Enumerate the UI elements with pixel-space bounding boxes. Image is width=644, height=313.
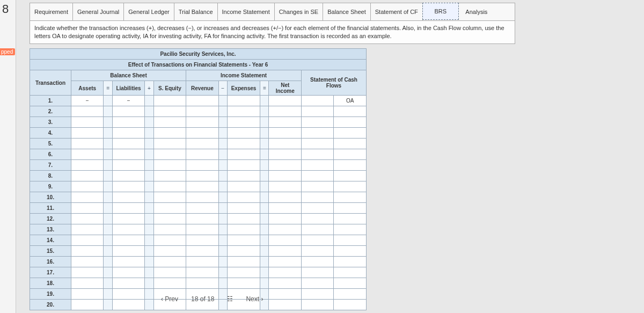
cell-assets[interactable]: − <box>71 96 103 106</box>
cell-expenses[interactable] <box>227 96 260 106</box>
cell-netincome[interactable] <box>269 106 301 117</box>
cell-cf-type[interactable] <box>334 181 367 192</box>
cell-sequity[interactable] <box>153 192 186 203</box>
cell-expenses[interactable] <box>227 128 260 139</box>
cell-netincome[interactable] <box>269 160 301 171</box>
cell-netincome[interactable] <box>269 267 301 278</box>
cell-revenue[interactable] <box>186 203 218 214</box>
cell-liabilities[interactable] <box>112 300 145 310</box>
cell-cf-amount[interactable] <box>301 214 333 224</box>
cell-liabilities[interactable]: − <box>112 96 145 106</box>
cell-cf-amount[interactable] <box>301 181 333 192</box>
cell-revenue[interactable] <box>186 139 218 149</box>
cell-expenses[interactable] <box>227 214 260 224</box>
cell-cf-type[interactable]: OA <box>334 96 367 106</box>
cell-expenses[interactable] <box>227 235 260 246</box>
cell-assets[interactable] <box>71 149 103 160</box>
cell-assets[interactable] <box>71 278 103 289</box>
cell-assets[interactable] <box>71 181 103 192</box>
cell-netincome[interactable] <box>269 117 301 128</box>
cell-netincome[interactable] <box>269 278 301 289</box>
cell-assets[interactable] <box>71 235 103 246</box>
cell-liabilities[interactable] <box>112 235 145 246</box>
cell-netincome[interactable] <box>269 224 301 235</box>
cell-sequity[interactable] <box>153 171 186 181</box>
cell-cf-type[interactable] <box>334 300 367 310</box>
cell-cf-amount[interactable] <box>301 203 333 214</box>
cell-cf-type[interactable] <box>334 257 367 267</box>
cell-sequity[interactable] <box>153 278 186 289</box>
cell-assets[interactable] <box>71 203 103 214</box>
cell-cf-amount[interactable] <box>301 128 333 139</box>
tab-changes-in-se[interactable]: Changes in SE <box>275 3 323 20</box>
cell-cf-amount[interactable] <box>301 257 333 267</box>
cell-revenue[interactable] <box>186 96 218 106</box>
cell-assets[interactable] <box>71 160 103 171</box>
cell-cf-amount[interactable] <box>301 160 333 171</box>
tab-requirement[interactable]: Requirement <box>30 3 73 20</box>
cell-netincome[interactable] <box>269 300 301 310</box>
cell-netincome[interactable] <box>269 192 301 203</box>
cell-assets[interactable] <box>71 139 103 149</box>
cell-cf-amount[interactable] <box>301 96 333 106</box>
cell-cf-type[interactable] <box>334 139 367 149</box>
cell-netincome[interactable] <box>269 289 301 300</box>
cell-cf-type[interactable] <box>334 149 367 160</box>
cell-assets[interactable] <box>71 267 103 278</box>
cell-sequity[interactable] <box>153 257 186 267</box>
cell-netincome[interactable] <box>269 171 301 181</box>
cell-netincome[interactable] <box>269 246 301 257</box>
cell-cf-amount[interactable] <box>301 106 333 117</box>
cell-assets[interactable] <box>71 214 103 224</box>
cell-revenue[interactable] <box>186 214 218 224</box>
cell-netincome[interactable] <box>269 96 301 106</box>
cell-sequity[interactable] <box>153 203 186 214</box>
cell-revenue[interactable] <box>186 117 218 128</box>
cell-revenue[interactable] <box>186 257 218 267</box>
cell-assets[interactable] <box>71 246 103 257</box>
cell-cf-type[interactable] <box>334 246 367 257</box>
cell-liabilities[interactable] <box>112 257 145 267</box>
cell-revenue[interactable] <box>186 267 218 278</box>
cell-cf-amount[interactable] <box>301 139 333 149</box>
cell-cf-amount[interactable] <box>301 289 333 300</box>
cell-expenses[interactable] <box>227 267 260 278</box>
cell-cf-amount[interactable] <box>301 235 333 246</box>
cell-cf-amount[interactable] <box>301 278 333 289</box>
cell-netincome[interactable] <box>269 128 301 139</box>
cell-cf-type[interactable] <box>334 171 367 181</box>
cell-expenses[interactable] <box>227 203 260 214</box>
cell-cf-amount[interactable] <box>301 224 333 235</box>
cell-expenses[interactable] <box>227 117 260 128</box>
tab-balance-sheet[interactable]: Balance Sheet <box>323 3 371 20</box>
cell-sequity[interactable] <box>153 106 186 117</box>
cell-revenue[interactable] <box>186 192 218 203</box>
cell-revenue[interactable] <box>186 246 218 257</box>
cell-sequity[interactable] <box>153 181 186 192</box>
tab-analysis[interactable]: Analysis <box>458 3 495 20</box>
cell-revenue[interactable] <box>186 278 218 289</box>
cell-assets[interactable] <box>71 117 103 128</box>
cell-cf-amount[interactable] <box>301 246 333 257</box>
cell-cf-type[interactable] <box>334 203 367 214</box>
cell-liabilities[interactable] <box>112 106 145 117</box>
cell-liabilities[interactable] <box>112 181 145 192</box>
cell-expenses[interactable] <box>227 246 260 257</box>
cell-assets[interactable] <box>71 257 103 267</box>
cell-assets[interactable] <box>71 300 103 310</box>
cell-cf-type[interactable] <box>334 278 367 289</box>
cell-expenses[interactable] <box>227 181 260 192</box>
cell-sequity[interactable] <box>153 149 186 160</box>
tab-income-statement[interactable]: Income Statement <box>218 3 275 20</box>
cell-sequity[interactable] <box>153 267 186 278</box>
cell-sequity[interactable] <box>153 96 186 106</box>
cell-sequity[interactable] <box>153 117 186 128</box>
tab-brs[interactable]: BRS <box>422 3 459 20</box>
cell-expenses[interactable] <box>227 257 260 267</box>
cell-liabilities[interactable] <box>112 149 145 160</box>
tab-general-ledger[interactable]: General Ledger <box>124 3 174 20</box>
cell-revenue[interactable] <box>186 224 218 235</box>
cell-liabilities[interactable] <box>112 224 145 235</box>
cell-expenses[interactable] <box>227 278 260 289</box>
cell-liabilities[interactable] <box>112 139 145 149</box>
